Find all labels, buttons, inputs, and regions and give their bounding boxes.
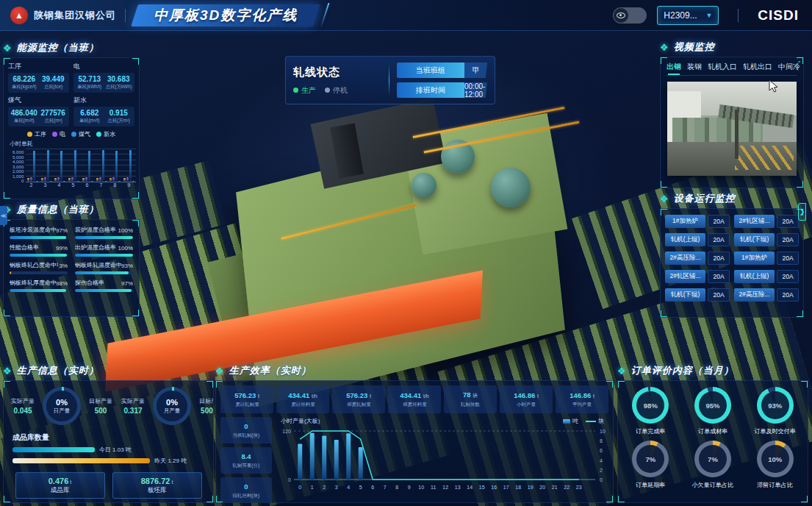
svg-text:9: 9 [408,485,411,490]
left-panel-collapse-handle[interactable]: ≪ [0,206,7,225]
energy-section: 煤气 486.040单耗(m³/t) 277576总耗(m³) [8,96,69,126]
efficiency-side-stat: 0当班轧制(块) [220,417,272,443]
donut-gauge: 95% [694,387,731,424]
quality-item: 性能合格率99% [10,243,68,257]
equipment-button[interactable]: 2#轧区辅... [665,270,705,283]
camera-tab-装钢[interactable]: 装钢 [687,62,702,75]
panel-expand-icon[interactable]: ⤢ [795,60,800,68]
svg-text:5: 5 [359,485,362,490]
svg-text:21: 21 [552,485,558,490]
svg-text:0: 0 [298,485,301,490]
header-divider [125,9,126,22]
equipment-button[interactable]: 轧机(上辊) [665,233,705,246]
svg-text:6: 6 [371,485,374,490]
equipment-button[interactable]: 2#轧区辅... [734,215,775,228]
energy-bar-group [41,149,52,182]
order-metric: 7%小欠量订单占比 [683,441,743,490]
mouse-cursor [769,79,780,94]
order-metric: 10%滞留订单占比 [745,441,805,490]
panel-title: 生产效率（实时） [229,364,312,377]
equipment-item: 轧机(上辊)20A [665,233,730,246]
efficiency-stat: 78 块轧制块数 [444,385,497,413]
equipment-button[interactable]: 2#高压除... [734,288,775,302]
right-panel-collapse-handle[interactable]: ❯ [798,203,806,221]
hourly-chart-svg: 1200108642001234567891011121314151617181… [276,425,608,499]
efficiency-stat: 434.41 t/h累计坯料量 [276,385,329,413]
diamond-icon: ❖ [3,43,12,54]
header-divider [738,9,739,22]
equipment-button[interactable]: 2#高压除... [665,252,705,265]
camera-tab-轧机入口[interactable]: 轧机入口 [708,62,737,75]
status-title: 轧线状态 [293,65,381,79]
efficiency-side-stat: 0待轧坯料(块) [220,477,272,503]
equipment-button[interactable]: 轧机(下辊) [734,233,775,246]
top-header: ▲ 陕钢集团汉钢公司 中厚板3D数字化产线 H2309... ▼ CISDI [0,0,812,31]
quality-item: 板坯冷装温度命中率97% [10,226,68,239]
quality-item: 装炉温度合格率100% [75,226,133,239]
camera-tab-出钢[interactable]: 出钢 [667,62,681,75]
order-metric: 95%订单成材率 [683,387,743,436]
svg-text:8: 8 [395,485,398,490]
batch-select[interactable]: H2309... ▼ [657,6,719,25]
equipment-current-value: 20A [708,270,730,283]
energy-monitor-panel: ❖ 能源监控（当班） 工序 68.226单耗(kgce/t) 39.449总耗(… [3,40,140,199]
diamond-icon: ❖ [660,193,669,204]
svg-text:120: 120 [282,429,291,434]
equipment-current-value: 20A [777,270,799,283]
equipment-button[interactable]: 轧机(下辊) [665,288,705,302]
page-title: 中厚板3D数字化产线 [154,6,298,25]
donut-gauge: 98% [632,387,669,424]
toggle-knob [614,8,628,23]
status-dot-stopped [325,88,330,93]
equipment-item: 1#加热炉20A [734,252,799,265]
efficiency-stat: 434.41 t/h班累坯料量 [388,385,441,413]
video-monitor-panel: ❖ 视频监控 ⤢ 出钢装钢轧机入口轧机出口中间冷电加热 [660,40,804,188]
equipment-button[interactable]: 1#加热炉 [734,252,775,265]
order-evaluation-panel: ❖ 订单评价内容（当月） 98%订单完成率95%订单成材率93%订单及时交付率7… [617,363,808,503]
equipment-item: 2#轧区辅...20A [734,215,799,228]
quality-info-panel: ❖ 质量信息（当班） 板坯冷装温度命中率97%装炉温度合格率100%性能合格率9… [3,202,140,317]
equipment-current-value: 20A [777,215,799,228]
dashboard-root: ▲ 陕钢集团汉钢公司 中厚板3D数字化产线 H2309... ▼ CISDI ❖… [0,0,812,506]
quality-item: 钢板终轧厚度命中率98% [10,279,68,292]
equipment-monitor-panel: ❖ 设备运行监控 1#加热炉20A2#轧区辅...20A轧机(上辊)20A轧机(… [660,191,804,318]
line-status-panel: 轧线状态 生产 停机 当班班组 甲 排班时间 00:00-12:00 [285,56,495,104]
status-dot-production [293,88,298,93]
order-metric: 7%订单延期率 [621,441,680,490]
equipment-item: 轧机(下辊)20A [734,233,799,246]
line-legend-swatch [586,421,596,422]
diamond-icon: ❖ [3,366,12,377]
stock-bar-today: 今日 1.03 吨 [12,446,204,454]
batch-select-value: H2309... [664,10,697,21]
hourly-output-chart: 小时产量(大板) 吨 块 120010864200123456789101112… [276,417,608,503]
efficiency-stat: 576.23 t班累轧制量 [332,385,385,413]
energy-bar-group [27,149,38,182]
panel-title: 质量信息（当班） [17,203,99,216]
hourly-chart-legend: 吨 块 [563,417,604,425]
status-divider [389,65,389,96]
page-title-plate: 中厚板3D数字化产线 [131,4,320,26]
equipment-button[interactable]: 轧机(上辊) [734,270,775,283]
daily-output-gauge: 实际产量0.045 0%日产量 目标产量500 [7,387,117,425]
svg-text:0: 0 [600,477,603,482]
svg-text:11: 11 [431,485,436,490]
svg-text:6: 6 [600,448,603,453]
equipment-current-value: 20A [708,215,730,228]
camera-tabs: 出钢装钢轧机入口轧机出口中间冷电加热 [661,57,803,75]
panel-title: 设备运行监控 [674,192,736,205]
visibility-toggle[interactable] [613,7,647,24]
tabs-underline [667,75,797,76]
camera-tab-轧机出口[interactable]: 轧机出口 [743,62,772,75]
production-info-panel: ❖ 生产信息（实时） 实际产量0.045 0%日产量 目标产量500 实际产量0… [3,363,214,503]
svg-text:10: 10 [600,429,606,434]
diamond-icon: ❖ [617,366,627,377]
company-logo: ▲ [10,7,28,24]
monthly-output-ring: 0%月产量 [153,387,191,425]
energy-bar-chart: 6,0005,0004,0003,0002,0001,0000 [5,149,136,182]
camera-feed[interactable] [667,82,797,176]
diamond-icon: ❖ [660,42,669,53]
equipment-button[interactable]: 1#加热炉 [665,215,705,228]
slab-store-card: 8876.72t 板坯库 [112,472,202,499]
svg-text:15: 15 [479,485,485,490]
svg-text:7: 7 [384,485,387,490]
